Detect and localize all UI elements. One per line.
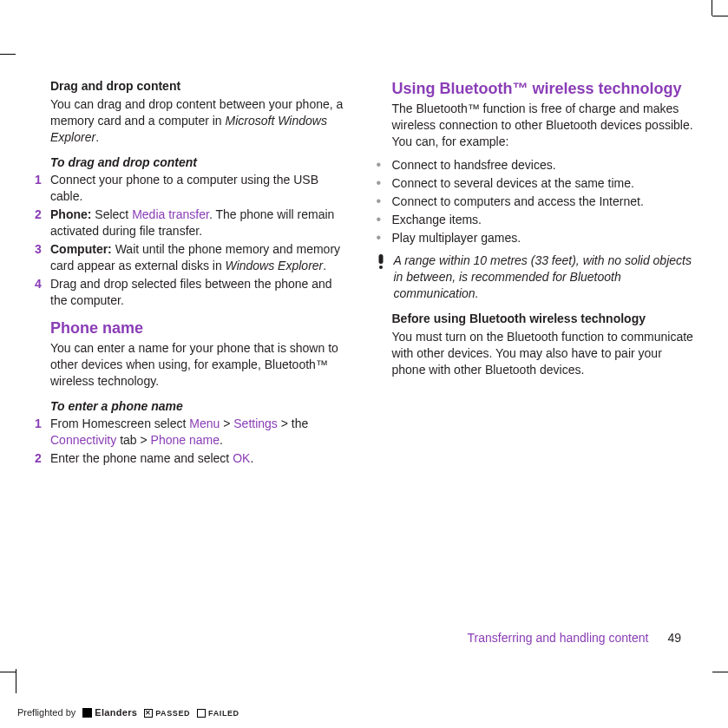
step-body: Phone: Select Media transfer. The phone … bbox=[50, 207, 352, 239]
text-bold: Computer: bbox=[50, 242, 112, 256]
heading-drag-drop: Drag and drop content bbox=[50, 78, 352, 95]
step-body: Drag and drop selected files between the… bbox=[50, 276, 352, 309]
list-item: Exchange items. bbox=[392, 212, 482, 228]
checkbox-icon bbox=[197, 709, 206, 718]
step-body: Computer: Wait until the phone memory an… bbox=[50, 241, 352, 274]
menu-path: Phone name bbox=[151, 433, 220, 447]
text-italic: Windows Explorer bbox=[226, 259, 324, 272]
paragraph: You can drag and drop content between yo… bbox=[50, 96, 352, 146]
text: Select bbox=[91, 207, 132, 221]
brand-icon bbox=[82, 708, 92, 718]
paragraph: You must turn on the Bluetooth function … bbox=[392, 329, 694, 378]
columns: Drag and drop content You can drag and d… bbox=[35, 78, 693, 474]
text: . bbox=[95, 130, 99, 144]
page-footer: Transferring and handling content 49 bbox=[35, 630, 681, 646]
heading-before-bt: Before using Bluetooth wireless technolo… bbox=[392, 311, 694, 327]
list-item: Connect to handsfree devices. bbox=[392, 157, 556, 174]
step-number: 4 bbox=[35, 276, 50, 309]
crop-mark bbox=[712, 16, 728, 16]
text: . bbox=[220, 433, 223, 447]
brand: Elanders bbox=[82, 706, 137, 719]
step-body: From Homescreen select Menu > Settings >… bbox=[50, 416, 352, 449]
text-bold: Phone: bbox=[50, 207, 91, 221]
ordered-list: 1 From Homescreen select Menu > Settings… bbox=[35, 416, 352, 467]
list-item: Connect to computers and access the Inte… bbox=[392, 193, 644, 210]
bullet-icon: • bbox=[377, 230, 392, 246]
note-text: A range within 10 metres (33 feet), with… bbox=[394, 253, 694, 302]
subheading: To enter a phone name bbox=[50, 398, 352, 415]
bullet-icon: • bbox=[377, 212, 392, 228]
status-failed: FAILED bbox=[197, 708, 239, 718]
footer-section: Transferring and handling content bbox=[468, 630, 649, 646]
menu-path: OK bbox=[233, 451, 250, 465]
info-icon bbox=[377, 253, 389, 302]
bullet-icon: • bbox=[377, 175, 392, 192]
paragraph: You can enter a name for your phone that… bbox=[50, 340, 352, 390]
svg-rect-0 bbox=[378, 254, 383, 264]
text: > bbox=[220, 416, 233, 430]
menu-path: Connectivity bbox=[50, 433, 116, 447]
crop-mark bbox=[0, 54, 16, 55]
page-number: 49 bbox=[667, 630, 681, 646]
status-label: FAILED bbox=[208, 708, 239, 718]
crop-mark bbox=[16, 669, 16, 693]
heading-phone-name: Phone name bbox=[50, 318, 352, 338]
paragraph: The Bluetooth™ function is free of charg… bbox=[392, 101, 694, 150]
menu-path: Menu bbox=[189, 416, 220, 430]
status-passed: PASSED bbox=[144, 708, 190, 718]
step-number: 1 bbox=[35, 172, 50, 205]
subheading: To drag and drop content bbox=[50, 154, 352, 171]
text: > the bbox=[278, 416, 308, 430]
bullet-icon: • bbox=[377, 193, 392, 210]
step-number: 3 bbox=[35, 241, 50, 274]
menu-path: Media transfer bbox=[132, 207, 209, 221]
step-number: 1 bbox=[35, 416, 50, 449]
left-column: Drag and drop content You can drag and d… bbox=[35, 78, 352, 474]
checkbox-icon bbox=[144, 709, 153, 718]
text: . bbox=[323, 259, 326, 272]
text: Enter the phone name and select bbox=[50, 451, 233, 465]
heading-bluetooth: Using Bluetooth™ wireless technology bbox=[392, 78, 694, 99]
list-item: Play multiplayer games. bbox=[392, 230, 521, 246]
text: . bbox=[250, 451, 253, 465]
step-number: 2 bbox=[35, 207, 50, 239]
list-item: Connect to several devices at the same t… bbox=[392, 175, 634, 192]
bullet-icon: • bbox=[377, 157, 392, 174]
bullet-list: •Connect to handsfree devices. •Connect … bbox=[377, 157, 694, 246]
step-number: 2 bbox=[35, 450, 50, 467]
brand-name: Elanders bbox=[95, 706, 137, 719]
step-body: Enter the phone name and select OK. bbox=[50, 450, 352, 467]
step-body: Connect your phone to a computer using t… bbox=[50, 172, 352, 205]
ordered-list: 1 Connect your phone to a computer using… bbox=[35, 172, 352, 308]
crop-mark bbox=[712, 0, 712, 16]
crop-mark bbox=[712, 672, 728, 672]
crop-mark bbox=[0, 672, 16, 672]
page: Drag and drop content You can drag and d… bbox=[17, 54, 711, 672]
svg-point-1 bbox=[379, 266, 383, 269]
menu-path: Settings bbox=[233, 416, 278, 430]
text: tab > bbox=[116, 433, 150, 447]
preflight-bar: Preflighted by Elanders PASSED FAILED bbox=[17, 706, 239, 719]
status-label: PASSED bbox=[155, 708, 190, 718]
preflight-label: Preflighted by bbox=[17, 706, 75, 719]
right-column: Using Bluetooth™ wireless technology The… bbox=[377, 78, 694, 474]
text: From Homescreen select bbox=[50, 416, 189, 430]
note: A range within 10 metres (33 feet), with… bbox=[377, 253, 694, 302]
